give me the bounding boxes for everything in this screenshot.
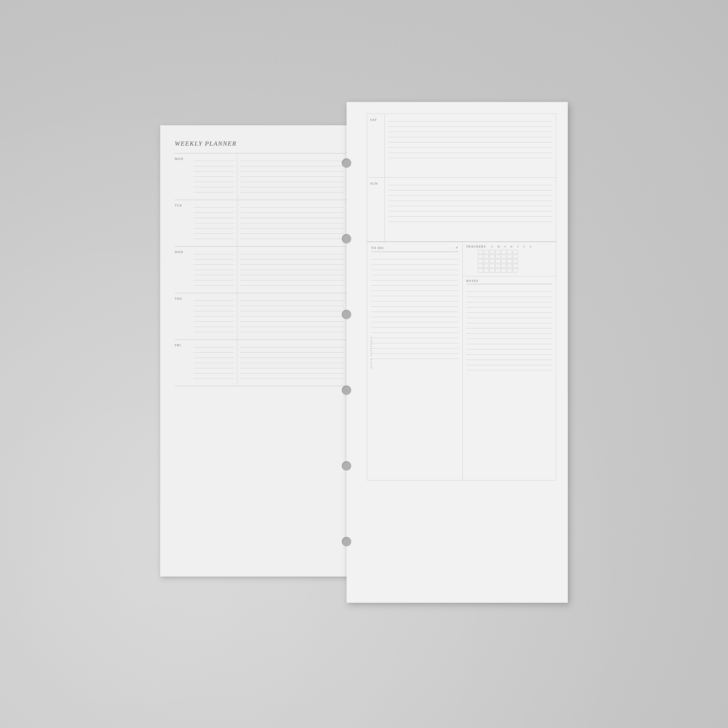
line (466, 349, 552, 355)
line (194, 223, 234, 229)
day-content-fri (191, 340, 347, 386)
tracker-cells (478, 264, 518, 268)
line (240, 317, 344, 322)
day-left-col-tue (191, 200, 237, 246)
tracker-cell (478, 269, 483, 272)
line (240, 322, 344, 327)
tracker-cell (489, 259, 495, 263)
day-content-thu (191, 293, 347, 340)
tracker-cells (478, 259, 518, 263)
left-page: WEEKLY PLANNER MON (160, 125, 358, 577)
line (194, 327, 234, 332)
line (388, 211, 552, 217)
line (371, 270, 458, 275)
section-day-sat: SAT (367, 113, 556, 177)
day-label-wed: WED (175, 247, 191, 293)
line (388, 217, 552, 222)
line (371, 291, 458, 296)
line (371, 312, 458, 317)
line (240, 223, 344, 229)
lines-col-thu (237, 293, 347, 340)
tracker-cell (513, 269, 518, 272)
lines-col-mon (237, 153, 347, 200)
day-left-col-mon (191, 153, 237, 200)
line (388, 132, 552, 137)
tracker-cells (478, 269, 518, 272)
lines-col-fri (237, 340, 347, 386)
line (466, 297, 552, 302)
tracker-cell (496, 259, 500, 263)
line (240, 347, 344, 353)
line (240, 177, 344, 182)
tracker-cell (484, 250, 489, 254)
line (240, 358, 344, 363)
day-label-mon: MON (175, 153, 191, 200)
line (388, 206, 552, 211)
tracker-cell (484, 264, 489, 268)
section-day-sun: SUN (367, 177, 556, 242)
day-row-fri: FRI (175, 340, 347, 386)
line (240, 353, 344, 358)
line (371, 301, 458, 307)
todo-header: TO DO ✓ (371, 245, 458, 252)
todo-section: TO DO ✓ (367, 242, 463, 480)
day-left-col-fri (191, 340, 237, 386)
line (371, 338, 458, 343)
tracker-cell (484, 259, 489, 263)
day-left-col-wed (191, 247, 237, 293)
line (194, 369, 234, 374)
tracker-cells (478, 250, 518, 254)
tracker-day-f: F (522, 245, 527, 248)
line (388, 185, 552, 190)
brand-text: ROSIE PAPETERIE (370, 336, 373, 369)
ring-hole-3 (342, 310, 351, 319)
day-left-col-thu (191, 293, 237, 340)
line (371, 343, 458, 349)
tracker-cell (489, 254, 495, 258)
tracker-day-s2: S (528, 245, 533, 248)
line (194, 317, 234, 322)
line (240, 161, 344, 166)
line (371, 275, 458, 280)
line (194, 171, 234, 177)
line (194, 363, 234, 369)
line (466, 286, 552, 292)
tracker-row-label (466, 259, 478, 263)
line (240, 218, 344, 223)
line (388, 142, 552, 148)
line (371, 349, 458, 354)
line (240, 182, 344, 187)
tracker-row-label (466, 269, 478, 272)
line (371, 254, 458, 260)
day-label-thu: THU (175, 293, 191, 340)
line (194, 187, 234, 193)
line (194, 229, 234, 234)
ring-hole-4 (342, 385, 351, 395)
line (240, 254, 344, 260)
ring-hole-6 (342, 537, 351, 546)
tracker-cell (489, 269, 495, 272)
todo-check-symbol: ✓ (456, 245, 458, 250)
trackers-title: TRACKERS (466, 245, 486, 248)
tracker-cell (496, 250, 500, 254)
line (194, 156, 234, 161)
line (388, 121, 552, 127)
line (388, 137, 552, 142)
line (194, 270, 234, 275)
line (194, 182, 234, 187)
line (240, 213, 344, 218)
tracker-cells (478, 254, 518, 258)
tracker-cell (501, 250, 506, 254)
line (194, 347, 234, 353)
tracker-cell (478, 254, 483, 258)
pages-container: WEEKLY PLANNER MON (160, 102, 568, 626)
line (240, 171, 344, 177)
tracker-cell (507, 259, 512, 263)
tracker-row-2 (466, 254, 552, 258)
line (371, 307, 458, 312)
line (466, 318, 552, 323)
tracker-grid (466, 250, 552, 272)
tracker-day-w: W (509, 245, 514, 248)
line (240, 265, 344, 270)
line (388, 190, 552, 196)
